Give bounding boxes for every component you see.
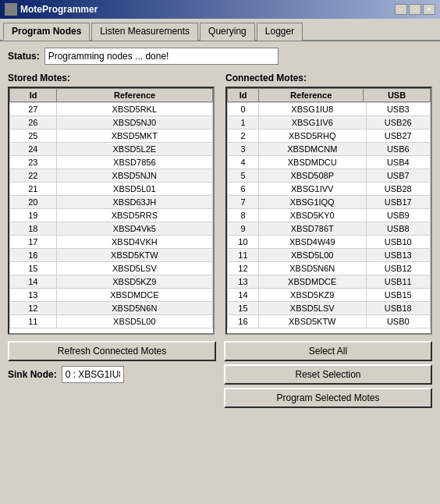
- cell-ref: XBSD5KZ9: [56, 275, 212, 289]
- cell-id: 22: [10, 169, 57, 183]
- cell-id: 15: [228, 302, 259, 315]
- table-row[interactable]: 2XBSD5RHQUSB27: [228, 130, 431, 143]
- cell-id: 8: [228, 209, 259, 222]
- cell-ref: XBSD5RRS: [56, 209, 212, 222]
- table-row[interactable]: 16XBSD5KTW: [10, 249, 213, 262]
- table-row[interactable]: 7XBSG1IQQUSB17: [228, 196, 431, 209]
- cell-id: 20: [10, 196, 57, 209]
- program-button[interactable]: Program Selected Motes: [224, 388, 432, 408]
- table-row[interactable]: 19XBSD5RRS: [10, 209, 213, 222]
- cell-usb: USB18: [366, 302, 430, 315]
- cell-ref: XBSD5KTW: [258, 315, 366, 328]
- cell-usb: USB10: [366, 236, 430, 249]
- connected-motes-scroll[interactable]: 0XBSG1IU8USB31XBSG1IV6USB262XBSD5RHQUSB2…: [227, 102, 431, 328]
- cell-ref: XBSDMDCU: [258, 156, 366, 169]
- close-button[interactable]: ✕: [423, 4, 435, 15]
- table-row[interactable]: 10XBSD4W49USB10: [228, 236, 431, 249]
- table-row[interactable]: 12XBSD5N6NUSB12: [228, 262, 431, 275]
- minimize-button[interactable]: −: [395, 4, 407, 15]
- cell-ref: XBSD7856: [56, 156, 212, 169]
- cell-usb: USB27: [366, 130, 430, 143]
- stored-motes-data: 27XBSD5RKL26XBSD5NJ025XBSD5MKT24XBSD5L2E…: [9, 102, 213, 328]
- table-row[interactable]: 6XBSG1IVVUSB28: [228, 183, 431, 196]
- cell-ref: XBSD4VKH: [258, 328, 366, 329]
- connected-col-ref: Reference: [259, 89, 364, 102]
- table-row[interactable]: 21XBSD5L01: [10, 183, 213, 196]
- table-row[interactable]: 14XBSD5KZ9USB15: [228, 289, 431, 302]
- status-label: Status:: [8, 51, 40, 62]
- table-row[interactable]: 23XBSD7856: [10, 156, 213, 169]
- table-row[interactable]: 25XBSD5MKT: [10, 130, 213, 143]
- table-row[interactable]: 27XBSD5RKL: [10, 103, 213, 116]
- cell-usb: USB6: [366, 143, 430, 156]
- cell-ref: XBSD5KZ9: [258, 289, 366, 302]
- sink-node-input[interactable]: [62, 366, 124, 383]
- table-row[interactable]: 0XBSG1IU8USB3: [228, 103, 431, 116]
- table-row[interactable]: 22XBSD5NJN: [10, 169, 213, 183]
- cell-id: 17: [10, 236, 57, 249]
- tab-logger[interactable]: Logger: [257, 23, 303, 41]
- panels-row: Stored Motes: Id Reference 27XBSD5RKL26X…: [8, 73, 432, 335]
- cell-id: 13: [228, 275, 259, 289]
- table-row[interactable]: 24XBSD5L2E: [10, 143, 213, 156]
- cell-usb: USB4: [366, 156, 430, 169]
- stored-motes-scroll[interactable]: 27XBSD5RKL26XBSD5NJ025XBSD5MKT24XBSD5L2E…: [9, 102, 213, 328]
- cell-id: 12: [10, 302, 57, 315]
- cell-usb: USB11: [366, 275, 430, 289]
- table-row[interactable]: 5XBSD508PUSB7: [228, 169, 431, 183]
- table-row[interactable]: 17XBSD4VKH: [10, 236, 213, 249]
- cell-ref: XBSDMDCE: [258, 275, 366, 289]
- cell-ref: XBSD508P: [258, 169, 366, 183]
- tab-program-nodes[interactable]: Program Nodes: [3, 23, 90, 41]
- status-input[interactable]: [44, 48, 279, 65]
- cell-ref: XBSD5NJN: [56, 169, 212, 183]
- cell-ref: XBSD5KY0: [258, 209, 366, 222]
- table-row[interactable]: 20XBSD63JH: [10, 196, 213, 209]
- table-row[interactable]: 15XBSD5LSVUSB18: [228, 302, 431, 315]
- table-row[interactable]: 12XBSD5N6N: [10, 302, 213, 315]
- reset-selection-button[interactable]: Reset Selection: [224, 364, 432, 385]
- connected-col-id: Id: [228, 89, 259, 102]
- table-row[interactable]: 9XBSD786TUSB8: [228, 222, 431, 236]
- table-row[interactable]: 11XBSD5L00USB13: [228, 249, 431, 262]
- cell-usb: USB17: [366, 196, 430, 209]
- cell-usb: USB0: [366, 315, 430, 328]
- table-row[interactable]: 16XBSD5KTWUSB0: [228, 315, 431, 328]
- table-row[interactable]: 8XBSD5KY0USB9: [228, 209, 431, 222]
- table-row[interactable]: 15XBSD5LSV: [10, 262, 213, 275]
- table-row[interactable]: 13XBSDMDCE: [10, 289, 213, 302]
- table-row[interactable]: 14XBSD5KZ9: [10, 275, 213, 289]
- cell-id: 1: [228, 116, 259, 130]
- refresh-button[interactable]: Refresh Connected Motes: [8, 341, 216, 361]
- maximize-button[interactable]: □: [409, 4, 421, 15]
- cell-usb: USB14: [366, 328, 430, 329]
- cell-ref: XBSD5MKT: [56, 130, 212, 143]
- table-row[interactable]: 1XBSG1IV6USB26: [228, 116, 431, 130]
- table-row[interactable]: 13XBSDMDCEUSB11: [228, 275, 431, 289]
- select-all-button[interactable]: Select All: [224, 341, 432, 361]
- table-row[interactable]: 26XBSD5NJ0: [10, 116, 213, 130]
- table-row[interactable]: 11XBSD5L00: [10, 315, 213, 328]
- cell-id: 14: [10, 275, 57, 289]
- cell-ref: XBSD5L00: [258, 249, 366, 262]
- table-row[interactable]: 17XBSD4VKHUSB14: [228, 328, 431, 329]
- stored-motes-table: Id Reference: [9, 88, 213, 102]
- table-row[interactable]: 10XBSD4W49: [10, 328, 213, 329]
- cell-ref: XBSD5L2E: [56, 143, 212, 156]
- cell-id: 23: [10, 156, 57, 169]
- table-row[interactable]: 3XBSDMCNMUSB6: [228, 143, 431, 156]
- cell-ref: XBSD5N6N: [258, 262, 366, 275]
- cell-id: 0: [228, 103, 259, 116]
- cell-ref: XBSDMDCE: [56, 289, 212, 302]
- table-row[interactable]: 18XBSD4Vk5: [10, 222, 213, 236]
- tab-listen-measurements[interactable]: Listen Measurements: [91, 23, 198, 41]
- cell-id: 13: [10, 289, 57, 302]
- tab-querying[interactable]: Querying: [200, 23, 255, 41]
- title-bar: MoteProgrammer − □ ✕: [0, 0, 440, 19]
- cell-id: 10: [10, 328, 57, 329]
- cell-id: 12: [228, 262, 259, 275]
- cell-id: 6: [228, 183, 259, 196]
- cell-ref: XBSD5L01: [56, 183, 212, 196]
- table-row[interactable]: 4XBSDMDCUUSB4: [228, 156, 431, 169]
- cell-ref: XBSD63JH: [56, 196, 212, 209]
